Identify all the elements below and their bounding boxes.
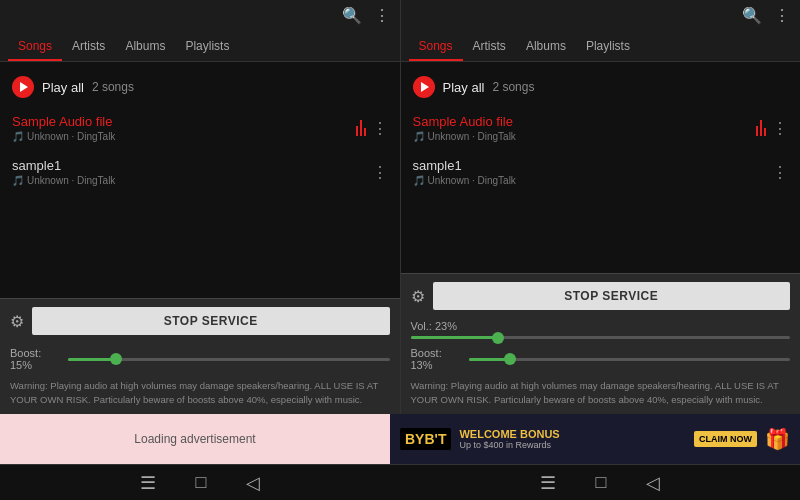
ad-left[interactable]: Loading advertisement [0,414,390,464]
song-more-icon-2-right[interactable]: ⋮ [772,163,788,182]
song-meta-2-right: 🎵 Unknown · DingTalk [413,175,773,186]
home-icon-right[interactable]: □ [596,472,607,493]
left-bottom-controls: ⚙ STOP SERVICE Boost:15% Warning: Playin… [0,298,400,414]
left-panel: 🔍 ⋮ Songs Artists Albums Playlists Play … [0,0,401,414]
song-meta-icon-1-right: 🎵 [413,131,425,142]
ad-claim-button[interactable]: CLAIM NOW [694,431,757,447]
right-nav-tabs: Songs Artists Albums Playlists [401,31,801,62]
nav-bar-left: ☰ □ ◁ [0,464,400,500]
vol-thumb-right[interactable] [492,332,504,344]
tab-artists-right[interactable]: Artists [463,31,516,61]
tab-playlists-right[interactable]: Playlists [576,31,640,61]
gear-icon-right[interactable]: ⚙ [411,287,425,306]
boost-thumb-right[interactable] [504,353,516,365]
boost-thumb-left[interactable] [110,353,122,365]
right-content: Play all 2 songs Sample Audio file 🎵 Unk… [401,62,801,273]
left-stop-row: ⚙ STOP SERVICE [0,299,400,343]
hamburger-icon-right[interactable]: ☰ [540,472,556,494]
more-options-icon[interactable]: ⋮ [374,6,390,25]
play-all-button-right[interactable] [413,76,435,98]
song-title-2-right: sample1 [413,158,773,173]
song-item-2-left: sample1 🎵 Unknown · DingTalk ⋮ [0,150,400,194]
song-title-2-left: sample1 [12,158,372,173]
gear-icon-left[interactable]: ⚙ [10,312,24,331]
left-nav-tabs: Songs Artists Albums Playlists [0,31,400,62]
ad-text-block: WELCOME BONUS Up to $400 in Rewards [459,428,686,450]
tab-playlists-left[interactable]: Playlists [175,31,239,61]
song-item-1-left: Sample Audio file 🎵 Unknown · DingTalk ⋮ [0,106,400,150]
search-icon[interactable]: 🔍 [342,6,362,25]
nav-bar-right: ☰ □ ◁ [400,464,800,500]
tab-albums-right[interactable]: Albums [516,31,576,61]
search-icon-right[interactable]: 🔍 [742,6,762,25]
ad-right[interactable]: BYB'T WELCOME BONUS Up to $400 in Reward… [390,414,800,464]
playing-bars-left [356,120,366,136]
left-header: 🔍 ⋮ [0,0,400,31]
ad-logo: BYB'T [400,428,451,450]
song-meta-icon-2-right: 🎵 [413,175,425,186]
left-content: Play all 2 songs Sample Audio file 🎵 Unk… [0,62,400,298]
warning-text-right: Warning: Playing audio at high volumes m… [401,375,801,414]
ad-loading-text: Loading advertisement [134,432,255,446]
boost-track-left[interactable] [68,358,390,361]
vol-fill-right [411,336,498,339]
boost-track-right[interactable] [469,358,791,361]
play-all-count-left: 2 songs [92,80,134,94]
right-panel: 🔍 ⋮ Songs Artists Albums Playlists Play … [401,0,801,414]
back-icon-left[interactable]: ◁ [246,472,260,494]
play-all-right: Play all 2 songs [401,68,801,106]
ad-sub-text: Up to $400 in Rewards [459,440,686,450]
ad-gift-icon: 🎁 [765,427,790,451]
more-options-icon-right[interactable]: ⋮ [774,6,790,25]
song-item-2-right: sample1 🎵 Unknown · DingTalk ⋮ [401,150,801,194]
play-all-left: Play all 2 songs [0,68,400,106]
home-icon-left[interactable]: □ [196,472,207,493]
song-more-icon-1-right[interactable]: ⋮ [772,119,788,138]
right-header: 🔍 ⋮ [401,0,801,31]
song-title-1-left: Sample Audio file [12,114,356,129]
stop-service-button-right[interactable]: STOP SERVICE [433,282,791,310]
song-actions-2-right: ⋮ [772,163,788,182]
song-meta-1-left: 🎵 Unknown · DingTalk [12,131,356,142]
warning-text-left: Warning: Playing audio at high volumes m… [0,375,400,414]
tab-albums-left[interactable]: Albums [115,31,175,61]
song-info-1-left: Sample Audio file 🎵 Unknown · DingTalk [12,114,356,142]
boost-label-left: Boost:15% [10,347,60,371]
right-bottom-controls: ⚙ STOP SERVICE Vol.: 23% Boost:13% [401,273,801,414]
vol-text-right: Vol.: 23% [401,318,801,332]
play-all-button-left[interactable] [12,76,34,98]
right-stop-row: ⚙ STOP SERVICE [401,274,801,318]
boost-slider-row-left: Boost:15% [0,343,400,375]
play-all-count-right: 2 songs [492,80,534,94]
vol-slider-row-right [401,332,801,343]
song-title-1-right: Sample Audio file [413,114,757,129]
song-actions-1-left: ⋮ [356,119,388,138]
song-info-2-right: sample1 🎵 Unknown · DingTalk [413,158,773,186]
song-more-icon-1-left[interactable]: ⋮ [372,119,388,138]
boost-fill-left [68,358,116,361]
ad-bar: Loading advertisement BYB'T WELCOME BONU… [0,414,800,464]
boost-fill-right [469,358,511,361]
song-actions-2-left: ⋮ [372,163,388,182]
song-meta-2-left: 🎵 Unknown · DingTalk [12,175,372,186]
bottom-nav-bar: ☰ □ ◁ ☰ □ ◁ [0,464,800,500]
play-all-label-left: Play all [42,80,84,95]
ad-welcome-text: WELCOME BONUS [459,428,686,440]
stop-service-button-left[interactable]: STOP SERVICE [32,307,390,335]
boost-label-right: Boost:13% [411,347,461,371]
tab-artists-left[interactable]: Artists [62,31,115,61]
hamburger-icon-left[interactable]: ☰ [140,472,156,494]
song-more-icon-2-left[interactable]: ⋮ [372,163,388,182]
song-info-1-right: Sample Audio file 🎵 Unknown · DingTalk [413,114,757,142]
vol-track-right[interactable] [411,336,791,339]
tab-songs-right[interactable]: Songs [409,31,463,61]
song-info-2-left: sample1 🎵 Unknown · DingTalk [12,158,372,186]
playing-bars-right [756,120,766,136]
song-meta-icon-left: 🎵 [12,131,24,142]
song-meta-icon-2-left: 🎵 [12,175,24,186]
tab-songs-left[interactable]: Songs [8,31,62,61]
song-actions-1-right: ⋮ [756,119,788,138]
play-all-label-right: Play all [443,80,485,95]
boost-slider-row-right: Boost:13% [401,343,801,375]
back-icon-right[interactable]: ◁ [646,472,660,494]
